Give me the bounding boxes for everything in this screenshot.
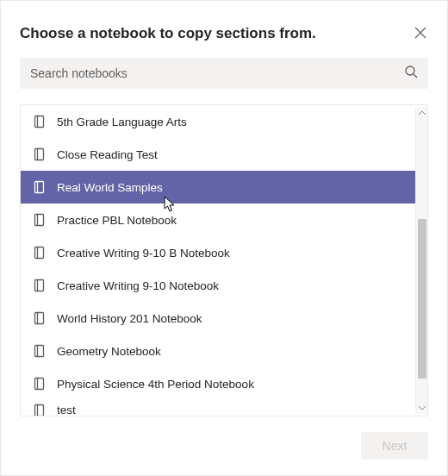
svg-rect-2 [35,116,44,128]
list-item[interactable]: Geometry Notebook [21,335,415,367]
notebook-icon [33,246,47,260]
svg-rect-8 [35,215,44,226]
dialog-title: Choose a notebook to copy sections from. [20,25,316,42]
dialog-footer: Next [20,416,428,460]
notebook-label: Geometry Notebook [57,345,161,358]
notebook-icon [33,147,47,161]
notebook-icon [33,213,47,227]
search-input[interactable] [20,58,428,89]
notebook-icon [33,344,47,358]
notebook-label: Creative Writing 9-10 B Notebook [57,247,230,260]
scrollbar-up-arrow[interactable] [416,107,428,119]
list-item[interactable]: World History 201 Notebook [21,302,415,335]
svg-rect-18 [35,379,44,390]
svg-rect-20 [35,405,44,416]
notebook-icon [33,180,47,194]
svg-rect-10 [35,247,44,259]
notebook-label: test [57,404,76,416]
notebook-icon [33,311,47,325]
list-item[interactable]: test [21,400,415,416]
notebook-list: 5th Grade Language ArtsClose Reading Tes… [21,105,427,416]
close-icon [414,27,426,39]
notebook-icon [33,377,47,391]
notebook-label: 5th Grade Language Arts [57,116,187,128]
notebook-label: Physical Science 4th Period Notebook [57,378,254,391]
close-button[interactable] [413,25,428,41]
list-item[interactable]: Real World Samples [21,171,415,204]
notebook-icon [33,404,47,416]
notebook-label: Real World Samples [57,181,163,194]
notebook-icon [33,279,47,292]
list-item[interactable]: 5th Grade Language Arts [21,105,415,138]
svg-rect-16 [35,346,44,357]
list-item[interactable]: Creative Writing 9-10 Notebook [21,269,415,302]
scrollbar-thumb[interactable] [418,219,426,379]
svg-rect-12 [35,280,44,291]
dialog-header: Choose a notebook to copy sections from. [20,25,428,42]
notebook-label: Creative Writing 9-10 Notebook [57,279,219,292]
scrollbar-down-arrow[interactable] [416,402,428,414]
search-field-wrap [20,58,428,89]
next-button[interactable]: Next [361,432,428,460]
svg-rect-14 [35,313,44,324]
choose-notebook-dialog: Choose a notebook to copy sections from.… [0,0,448,476]
scrollbar-track[interactable] [415,107,427,414]
list-item[interactable]: Physical Science 4th Period Notebook [21,367,415,400]
list-item[interactable]: Close Reading Test [21,138,415,171]
svg-rect-4 [35,149,44,160]
notebook-label: World History 201 Notebook [57,312,202,325]
list-item[interactable]: Creative Writing 9-10 B Notebook [21,236,415,269]
notebook-icon [33,115,47,128]
notebook-label: Close Reading Test [57,148,158,161]
notebook-list-container: 5th Grade Language ArtsClose Reading Tes… [20,104,428,416]
list-item[interactable]: Practice PBL Notebook [21,204,415,236]
svg-rect-6 [35,182,44,193]
notebook-label: Practice PBL Notebook [57,214,177,227]
